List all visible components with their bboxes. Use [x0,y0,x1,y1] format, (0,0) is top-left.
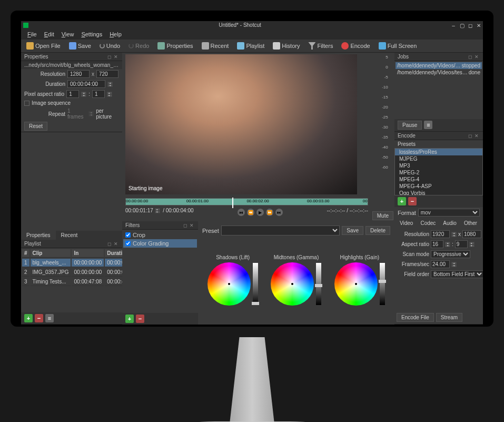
resolution-width-input[interactable] [67,70,90,78]
filters-button[interactable]: Filters [306,41,335,51]
pause-button[interactable]: Pause [398,121,422,130]
highlights-slider[interactable] [380,263,385,305]
panel-close-icon[interactable]: ✕ [114,241,119,247]
panel-close-icon[interactable]: ✕ [114,54,119,60]
filter-item-color-grading[interactable]: Color Grading [123,239,197,248]
duration-input[interactable] [67,80,105,88]
panel-float-icon[interactable]: ◻ [107,241,113,247]
encode-tab-video[interactable]: Video [397,219,416,227]
pixel-aspect-b-input[interactable] [92,90,105,98]
midtones-wheel[interactable] [271,262,314,306]
panel-float-icon[interactable]: ◻ [107,54,113,60]
preset-save-button[interactable]: Save [342,226,363,235]
forward-button[interactable]: ⏩ [266,209,273,216]
enc-fps-spinner[interactable]: ▴▾ [451,262,457,267]
preset-item[interactable]: Ogg Vorbis [395,190,482,195]
playlist-col-clip[interactable]: Clip [31,249,71,258]
save-button[interactable]: Save [67,41,93,51]
history-button[interactable]: History [271,41,302,51]
job-row[interactable]: /home/ddennedy/Videos/test.movdone [396,69,482,76]
encode-file-button[interactable]: Encode File [397,313,434,322]
preset-item[interactable]: lossless/ProRes [395,149,482,155]
time-spinner[interactable]: ▴▾ [155,208,160,213]
menu-settings[interactable]: Settings [78,30,105,38]
video-preview[interactable]: Starting image [125,54,357,194]
duration-spinner[interactable]: ▴▾ [107,82,113,87]
playlist-remove-button[interactable]: − [35,314,43,322]
enc-aspect-a-spinner[interactable]: ▴▾ [445,242,450,247]
enc-scan-select[interactable]: Progressive [431,250,470,258]
preset-item[interactable]: MJPEG [395,155,482,162]
preset-delete-button[interactable]: Delete [365,226,390,235]
enc-aspect-a-input[interactable] [431,240,443,248]
playlist-row[interactable]: 3 Timing Tests... 00:00:47:08 00:00:40:0… [22,278,137,286]
repeat-spinner[interactable]: ▴▾ [88,111,94,116]
encode-tab-audio[interactable]: Audio [440,219,460,227]
shadows-slider[interactable] [253,263,258,305]
maximize-icon[interactable]: ▢ [459,23,465,28]
filter-item-crop[interactable]: Crop [123,231,197,239]
reset-button[interactable]: Reset [24,122,47,131]
panel-close-icon[interactable]: ✕ [475,54,480,60]
redo-button[interactable]: Redo [126,42,151,50]
enc-aspect-b-spinner[interactable]: ▴▾ [469,242,475,247]
open-file-button[interactable]: Open File [24,41,63,51]
jobs-menu-button[interactable]: ≡ [424,121,432,129]
enc-res-w-input[interactable] [431,230,450,238]
format-select[interactable]: mov [418,209,480,217]
preset-item[interactable]: MPEG-4 [395,176,482,183]
job-row[interactable]: /home/ddennedy/Videos/test.movstopped [396,62,482,69]
tab-properties[interactable]: Properties [21,231,56,240]
stream-button[interactable]: Stream [436,313,462,322]
menu-view[interactable]: View [58,30,77,38]
menu-edit[interactable]: Edit [41,30,57,38]
preset-item[interactable]: MP3 [395,162,482,169]
playlist-add-button[interactable]: + [24,314,33,322]
playlist-menu-button[interactable]: ≡ [45,314,54,322]
panel-float-icon[interactable]: ◻ [183,223,189,228]
pixel-aspect-a-input[interactable] [66,90,79,98]
pixel-aspect-b-spinner[interactable]: ▴▾ [107,92,112,97]
filter-crop-checkbox[interactable] [125,232,131,238]
filter-add-button[interactable]: + [125,315,134,323]
encode-tab-codec[interactable]: Codec [417,219,439,227]
playlist-row[interactable]: 2 IMG_0357.JPG 00:00:00:00 00:00:04:00 [22,268,137,277]
panel-float-icon[interactable]: ◻ [468,54,473,60]
undo-button[interactable]: Undo [97,42,122,50]
pixel-aspect-a-spinner[interactable]: ▴▾ [81,92,86,97]
enc-field-select[interactable]: Bottom Field First [431,270,483,278]
enc-aspect-b-input[interactable] [455,240,468,248]
preset-add-button[interactable]: + [398,197,406,205]
filter-remove-button[interactable]: − [136,315,144,323]
close-icon[interactable]: ✕ [476,23,481,28]
panel-close-icon[interactable]: ✕ [190,223,195,228]
tab-recent[interactable]: Recent [56,231,83,240]
enc-res-h-input[interactable] [462,230,481,238]
menu-help[interactable]: Help [106,30,125,38]
shadows-wheel[interactable] [207,262,251,306]
presets-list[interactable]: lossless/ProRes MJPEG MP3 MPEG-2 MPEG-4 … [394,148,483,195]
fullscreen-button[interactable]: Full Screen [377,41,419,51]
play-button[interactable]: ▶ [256,209,264,216]
timeline-playhead[interactable] [232,198,233,208]
preset-remove-button[interactable]: − [408,197,417,205]
midtones-slider[interactable] [316,263,321,305]
mute-button[interactable]: Mute [372,211,393,220]
preset-item[interactable]: MPEG-4-ASP [395,183,482,190]
maximize2-icon[interactable]: ◻ [468,23,473,28]
skip-end-button[interactable]: ⏭ [275,209,283,216]
minimize-icon[interactable]: – [451,23,456,28]
enc-res-w-spinner[interactable]: ▴▾ [451,232,457,237]
playlist-row[interactable]: 1 blg_wheels_... 00:00:00:00 00:00:04:00 [22,259,137,267]
playlist-col-num[interactable]: # [22,249,29,258]
resolution-height-input[interactable] [96,70,118,78]
skip-start-button[interactable]: ⏮ [238,209,245,216]
encode-button[interactable]: Encode [339,41,372,51]
timeline-ruler[interactable]: 00.00:00.00 00.00:01.00 00.00:02.00 00.0… [125,198,368,205]
preset-select[interactable] [221,225,340,235]
panel-float-icon[interactable]: ◻ [468,133,473,139]
properties-button[interactable]: Properties [155,41,195,51]
playlist-button[interactable]: Playlist [235,41,266,51]
recent-button[interactable]: Recent [200,41,231,51]
filter-cg-checkbox[interactable] [125,241,131,246]
